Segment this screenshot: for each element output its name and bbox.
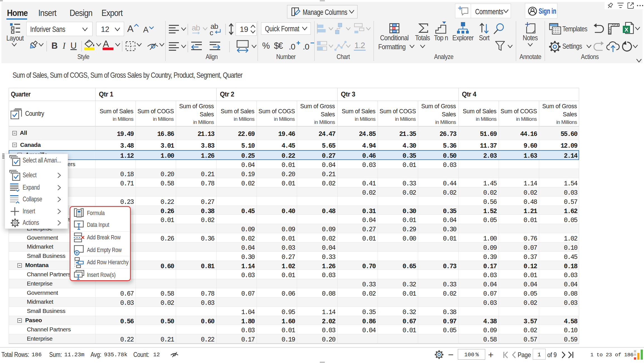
svg-text:X: X — [624, 26, 628, 33]
